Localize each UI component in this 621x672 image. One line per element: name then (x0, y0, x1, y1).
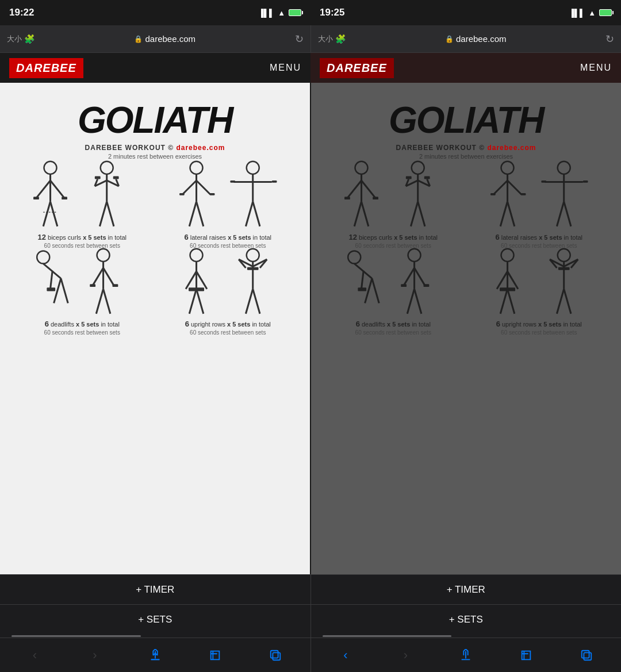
signal-icon-r: ▐▌▌ (569, 9, 585, 17)
svg-line-6 (43, 202, 50, 226)
svg-line-55 (196, 289, 203, 313)
svg-line-71 (354, 202, 361, 226)
svg-line-63 (246, 289, 252, 313)
svg-rect-87 (490, 193, 496, 195)
right-toolbar: ‹ › (311, 638, 622, 672)
left-sets-btn[interactable]: + SETS (0, 604, 310, 634)
svg-rect-96 (582, 181, 588, 183)
wifi-icon: ▲ (278, 9, 285, 17)
svg-line-33 (246, 202, 252, 226)
svg-line-48 (103, 289, 110, 313)
svg-line-98 (564, 202, 570, 226)
right-url-bar[interactable]: 大小 🧩 🔒 darebee.com ↻ (311, 25, 622, 52)
r-exercise-deadlift: 6 deadlifts x 5 sets in total 60 seconds… (323, 254, 464, 336)
exercise-upright: 6 upright rows x 5 sets in total 60 seco… (158, 254, 299, 336)
left-timer-btn[interactable]: + TIMER (0, 574, 310, 604)
left-tab-label: 大小 🧩 (7, 34, 35, 44)
svg-rect-131 (581, 650, 589, 658)
svg-rect-46 (113, 284, 118, 287)
left-exercise-grid: 12 biceps curls x 5 sets in total 60 sec… (12, 167, 298, 336)
right-menu[interactable]: MENU (580, 63, 612, 73)
right-tabs-btn[interactable] (575, 644, 598, 667)
svg-line-107 (404, 268, 414, 286)
right-nav-bar: DAREBEE MENU (310, 53, 621, 83)
deadlift-svg (12, 243, 153, 328)
svg-line-67 (347, 181, 362, 198)
browser-toolbar: ‹ › ‹ › (0, 638, 621, 672)
left-share-btn[interactable] (144, 644, 167, 667)
left-url-field[interactable]: 🔒 darebee.com (40, 34, 290, 44)
right-time: 19:25 (320, 7, 344, 18)
r-upright-svg (469, 243, 610, 328)
right-status-icons: ▐▌▌ ▲ (569, 9, 612, 17)
right-back-btn[interactable]: ‹ (334, 644, 357, 667)
svg-rect-110 (424, 284, 430, 287)
left-forward-btn[interactable]: › (83, 644, 106, 667)
upright-rest: 60 seconds rest between sets (190, 329, 266, 336)
left-menu[interactable]: MENU (270, 63, 301, 73)
right-timer-btn[interactable]: + TIMER (311, 574, 622, 604)
svg-line-52 (196, 271, 206, 289)
left-tabs-btn[interactable] (264, 644, 287, 667)
right-workout-content: GOLIATH DAREBEE WORKOUT © darebee.com 2 … (311, 83, 621, 574)
svg-line-85 (493, 181, 507, 195)
right-url-field[interactable]: 🔒 darebee.com (351, 34, 601, 44)
refresh-btn-right[interactable]: ↻ (605, 33, 614, 45)
left-scroll-bar (12, 635, 141, 637)
r-upright-rest: 60 seconds rest between sets (501, 329, 577, 336)
deadlift-figure (12, 254, 153, 317)
right-tab-label: 大小 🧩 (318, 34, 346, 44)
r-biceps-label: 12 biceps curls x 5 sets in total (346, 232, 440, 243)
svg-line-89 (500, 202, 507, 226)
svg-rect-95 (541, 181, 546, 183)
left-btn-group: + TIMER + SETS (0, 574, 311, 634)
svg-line-115 (497, 271, 507, 289)
svg-line-72 (362, 202, 369, 226)
right-exercise-grid: 12 biceps curls x 5 sets in total 60 sec… (323, 167, 610, 336)
svg-rect-38 (47, 287, 55, 291)
biceps-label: 12 biceps curls x 5 sets in total (35, 232, 129, 243)
svg-rect-130 (273, 652, 281, 660)
biceps-svg (12, 156, 153, 240)
svg-point-35 (37, 251, 49, 263)
r-upright-figure (469, 254, 610, 317)
url-bars: 大小 🧩 🔒 darebee.com ↻ 大小 🧩 🔒 darebee.com … (0, 25, 621, 53)
svg-point-91 (557, 162, 570, 174)
svg-point-19 (190, 162, 202, 174)
left-bookmarks-btn[interactable] (204, 644, 227, 667)
svg-point-0 (44, 162, 56, 174)
svg-line-111 (407, 289, 414, 313)
svg-point-83 (501, 162, 513, 174)
right-sets-btn[interactable]: + SETS (311, 604, 622, 634)
svg-line-86 (507, 181, 522, 195)
svg-line-128 (564, 289, 570, 313)
right-size-label: 大小 (318, 34, 333, 44)
right-share-btn[interactable] (454, 644, 477, 667)
deadlift-rest: 60 seconds rest between sets (44, 329, 120, 336)
left-logo[interactable]: DAREBEE (9, 58, 83, 78)
r-subtitle-url: darebee.com (487, 144, 536, 152)
battery-icon (289, 9, 301, 16)
exercise-biceps: 12 biceps curls x 5 sets in total 60 sec… (12, 167, 153, 249)
svg-line-101 (362, 270, 364, 289)
left-workout-title: GOLIATH (78, 99, 232, 141)
svg-point-113 (501, 248, 513, 261)
left-status-icons: ▐▌▌ ▲ (258, 9, 301, 17)
left-domain: darebee.com (145, 34, 195, 44)
svg-line-2 (36, 181, 51, 198)
svg-line-47 (96, 289, 103, 313)
right-workout-subtitle: DAREBEE WORKOUT © darebee.com (396, 144, 536, 152)
left-back-btn[interactable]: ‹ (23, 644, 46, 667)
r-deadlift-svg (323, 243, 464, 328)
right-domain: darebee.com (456, 34, 507, 44)
right-forward-btn[interactable]: › (394, 644, 417, 667)
svg-rect-45 (90, 284, 95, 287)
upright-svg (158, 243, 299, 328)
right-logo[interactable]: DAREBEE (320, 58, 394, 78)
svg-rect-80 (424, 176, 430, 179)
r-exercise-upright: 6 upright rows x 5 sets in total 60 seco… (469, 254, 610, 336)
refresh-btn-left[interactable]: ↻ (295, 33, 304, 45)
right-bookmarks-btn[interactable] (515, 644, 538, 667)
deadlift-label: 6 deadlifts x 5 sets in total (43, 319, 122, 329)
left-url-bar[interactable]: 大小 🧩 🔒 darebee.com ↻ (0, 25, 311, 52)
